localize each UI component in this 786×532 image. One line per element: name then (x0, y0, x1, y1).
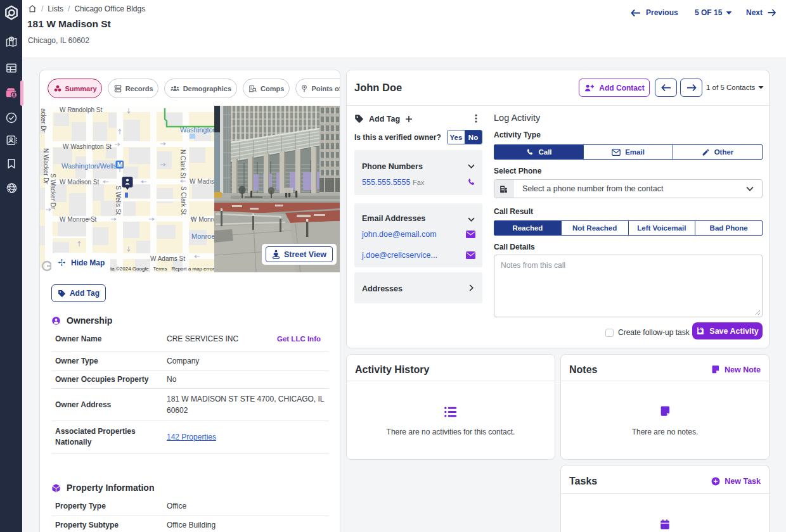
svg-text:S Wacker Dr: S Wacker Dr (49, 174, 56, 210)
svg-text:N Clark St: N Clark St (179, 149, 186, 179)
svg-text:Washington/Wells: Washington/Wells (61, 162, 117, 170)
svg-text:W Monroe St: W Monroe St (60, 216, 97, 223)
svg-text:M: M (117, 161, 123, 168)
svg-text:S Wells St: S Wells St (115, 186, 122, 215)
svg-text:W Adams St: W Adams St (150, 255, 185, 262)
svg-text:acker Dr: acker Dr (40, 108, 47, 132)
svg-text:W Monroe: W Monroe (191, 216, 214, 223)
svg-text:W Madiso: W Madiso (190, 178, 214, 185)
svg-text:Monroe: Monroe (191, 232, 214, 240)
svg-text:W Madison St: W Madison St (60, 179, 99, 186)
svg-text:W Randolph St: W Randolph St (60, 106, 102, 113)
svg-text:W Washington St: W Washington St (63, 143, 112, 150)
svg-text:Washington: Washington (180, 126, 214, 134)
svg-text:N Wacker Dr: N Wacker Dr (42, 148, 49, 185)
svg-text:S Clark St: S Clark St (180, 186, 187, 215)
